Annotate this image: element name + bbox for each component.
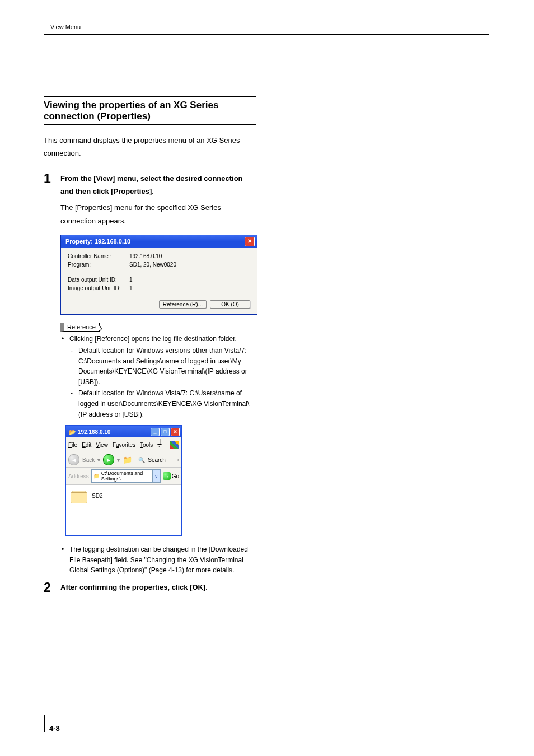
explorer-toolbar: ◄ Back ▾ ► ▾ 📁 🔍 Search » (66, 452, 181, 468)
go-icon: → (163, 472, 171, 480)
step-1-heading: From the [View] menu, select the desired… (60, 172, 256, 198)
explorer-window: 📂 192.168.0.10 _ □ ✕ File Edit View Favo… (65, 425, 182, 536)
ok-button[interactable]: OK (O) (210, 300, 250, 309)
forward-icon[interactable]: ► (103, 454, 114, 465)
up-folder-icon[interactable]: 📁 (123, 455, 132, 464)
go-label: Go (172, 473, 179, 479)
section-title: Viewing the properties of an XG Series c… (44, 96, 256, 125)
menu-help[interactable]: H » (157, 438, 165, 451)
reference-bullets: Clicking [Reference] opens the log file … (60, 334, 256, 419)
back-label: Back (82, 457, 95, 463)
step-2-heading: After confirming the properties, click [… (60, 581, 208, 594)
reference-bullets-2: The logging destination can be changed i… (60, 544, 256, 576)
menu-favorites[interactable]: Favorites (113, 442, 135, 448)
step-1-number: 1 (44, 172, 55, 198)
close-icon[interactable]: ✕ (245, 237, 255, 246)
controller-name-value: 192.168.0.10 (129, 253, 250, 259)
dialog-titlebar: Property: 192.168.0.10 ✕ (61, 235, 257, 248)
folder-open-icon: 📂 (69, 429, 76, 435)
explorer-body: SD2 (66, 485, 181, 535)
explorer-titlebar: 📂 192.168.0.10 _ □ ✕ (66, 426, 181, 437)
reference-bullet-1a: Default location for Windows versions ot… (69, 346, 256, 387)
go-button[interactable]: → Go (163, 472, 179, 480)
explorer-title: 192.168.0.10 (78, 429, 110, 435)
reference-bullet-1b: Default location for Windows Vista/7: C:… (69, 388, 256, 419)
step-1-body: The [Properties] menu for the specified … (60, 201, 256, 228)
search-icon[interactable]: 🔍 (138, 457, 145, 463)
folder-icon[interactable] (71, 489, 87, 503)
program-label: Program: (68, 262, 129, 268)
menu-file[interactable]: File (68, 442, 77, 448)
explorer-addressbar: Address 📁 C:\Documents and Settings\ v →… (66, 468, 181, 485)
address-value: C:\Documents and Settings\ (101, 470, 158, 482)
menu-tools[interactable]: Tools (140, 442, 153, 448)
explorer-menubar: File Edit View Favorites Tools H » (66, 437, 181, 452)
menu-edit[interactable]: Edit (82, 442, 91, 448)
folder-icon: 📁 (93, 473, 100, 479)
property-dialog: Property: 192.168.0.10 ✕ Controller Name… (60, 235, 257, 315)
search-label: Search (148, 457, 166, 463)
menu-view[interactable]: View (96, 442, 108, 448)
folder-item-label: SD2 (92, 489, 102, 499)
running-head: View Menu (44, 24, 489, 34)
dropdown-icon[interactable]: v (152, 470, 160, 482)
maximize-icon[interactable]: □ (161, 428, 170, 436)
dialog-title: Property: 192.168.0.10 (65, 238, 130, 245)
page-number: 4-8 (44, 715, 60, 732)
minimize-icon[interactable]: _ (151, 428, 160, 436)
reference-bullet-2: The logging destination can be changed i… (60, 544, 256, 576)
windows-flag-icon (170, 441, 179, 449)
close-icon[interactable]: ✕ (171, 428, 180, 436)
program-value: SD1, 20, New0020 (129, 262, 250, 268)
data-output-value: 1 (129, 277, 250, 283)
step-2-number: 2 (44, 581, 55, 594)
address-label: Address (68, 473, 89, 479)
header-rule (44, 34, 489, 35)
address-input[interactable]: 📁 C:\Documents and Settings\ v (91, 469, 161, 483)
image-output-value: 1 (129, 285, 250, 291)
reference-bullet-1: Clicking [Reference] opens the log file … (69, 335, 237, 343)
intro-text: This command displays the properties men… (44, 134, 256, 160)
image-output-label: Image output Unit ID: (68, 285, 129, 291)
data-output-label: Data output Unit ID: (68, 277, 129, 283)
reference-label: Reference (60, 323, 100, 332)
controller-name-label: Controller Name : (68, 253, 129, 259)
divider (135, 455, 135, 464)
back-icon[interactable]: ◄ (68, 454, 79, 465)
reference-button[interactable]: Reference (R)... (159, 300, 207, 309)
